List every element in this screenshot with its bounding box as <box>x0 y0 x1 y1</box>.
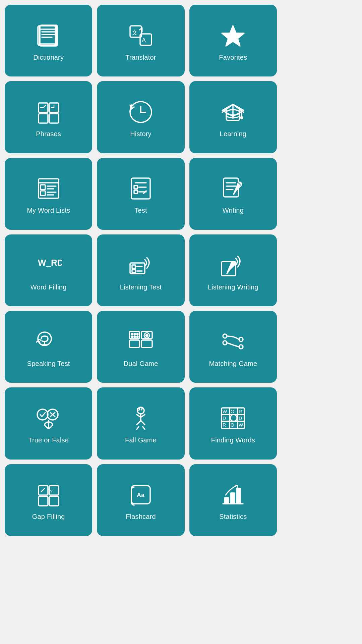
svg-line-70 <box>137 415 141 417</box>
dual-game-icon <box>126 328 156 355</box>
card-word-filling[interactable]: W_RD Word Filling <box>5 234 92 306</box>
svg-rect-15 <box>49 114 59 123</box>
dictionary-label: Dictionary <box>33 54 64 61</box>
gap-filling-label: Gap Filling <box>32 513 65 521</box>
svg-line-71 <box>141 415 145 417</box>
card-phrases[interactable]: Phrases <box>5 81 92 153</box>
svg-text:文: 文 <box>132 29 138 36</box>
svg-text:W: W <box>239 422 243 428</box>
test-icon <box>126 175 156 202</box>
svg-rect-100 <box>224 497 229 504</box>
svg-line-72 <box>137 421 141 425</box>
card-listening-writing[interactable]: Listening Writing <box>189 234 277 306</box>
matching-game-label: Matching Game <box>209 360 257 368</box>
svg-rect-93 <box>39 486 48 495</box>
true-or-false-icon <box>34 405 64 432</box>
translator-label: Translator <box>125 54 156 61</box>
card-test[interactable]: Test <box>97 158 184 230</box>
svg-rect-52 <box>141 340 152 347</box>
svg-text:O: O <box>231 409 234 414</box>
svg-rect-102 <box>236 488 241 504</box>
svg-point-61 <box>223 334 227 338</box>
svg-point-54 <box>134 333 135 335</box>
svg-rect-14 <box>39 114 48 123</box>
svg-rect-24 <box>41 185 45 190</box>
svg-point-63 <box>239 337 243 341</box>
svg-point-21 <box>241 117 243 119</box>
svg-rect-101 <box>230 492 235 504</box>
svg-text:O: O <box>231 422 234 428</box>
svg-rect-50 <box>129 340 139 347</box>
flashcard-label: Flashcard <box>126 513 156 521</box>
card-listening-test[interactable]: Listening Test <box>97 234 184 306</box>
dictionary-icon <box>34 22 64 49</box>
favorites-icon <box>218 22 248 49</box>
svg-line-73 <box>141 421 145 425</box>
svg-text:W_RD: W_RD <box>38 258 62 268</box>
statistics-label: Statistics <box>219 513 247 521</box>
svg-point-88 <box>230 415 237 421</box>
svg-point-53 <box>131 333 133 335</box>
gap-filling-icon: ? <box>34 481 64 508</box>
svg-point-64 <box>239 345 243 349</box>
svg-rect-43 <box>132 265 135 268</box>
my-word-lists-label: My Word Lists <box>27 207 70 214</box>
word-filling-label: Word Filling <box>31 283 67 291</box>
svg-text:?: ? <box>50 489 53 494</box>
finding-words-icon: W O R D D R O W <box>218 405 248 432</box>
svg-marker-11 <box>222 26 244 46</box>
writing-icon <box>218 175 248 202</box>
card-flashcard[interactable]: Aa Flashcard <box>97 464 184 536</box>
speaking-test-label: Speaking Test <box>27 360 70 368</box>
phrases-icon <box>34 99 64 125</box>
fall-game-icon <box>126 405 156 432</box>
card-translator[interactable]: 文 A Translator <box>97 5 184 76</box>
svg-point-56 <box>131 336 133 337</box>
card-speaking-test[interactable]: Speaking Test <box>5 311 92 383</box>
card-dual-game[interactable]: Dual Game <box>97 311 184 383</box>
svg-text:R: R <box>239 409 242 414</box>
matching-game-icon <box>218 328 248 355</box>
card-dictionary[interactable]: Dictionary <box>5 5 92 76</box>
svg-text:W: W <box>223 409 227 414</box>
listening-writing-label: Listening Writing <box>208 283 258 291</box>
svg-point-65 <box>37 409 48 420</box>
fall-game-label: Fall Game <box>125 436 157 444</box>
flashcard-icon: Aa <box>126 481 156 508</box>
card-history[interactable]: History <box>97 81 184 153</box>
card-fall-game[interactable]: Fall Game <box>97 387 184 459</box>
card-statistics[interactable]: Statistics <box>189 464 277 536</box>
card-writing[interactable]: Writing <box>189 158 277 230</box>
learning-label: Learning <box>220 130 246 138</box>
svg-point-57 <box>134 336 135 337</box>
statistics-icon <box>218 481 248 508</box>
history-label: History <box>130 130 152 138</box>
learning-icon <box>218 99 248 125</box>
svg-line-78 <box>142 408 142 410</box>
card-favorites[interactable]: Favorites <box>189 5 277 76</box>
card-learning[interactable]: Learning <box>189 81 277 153</box>
svg-line-77 <box>139 408 140 410</box>
true-or-false-label: True or False <box>28 436 69 444</box>
listening-writing-icon <box>218 252 248 279</box>
svg-point-62 <box>223 341 227 345</box>
speaking-test-icon <box>34 328 64 355</box>
svg-point-60 <box>146 334 148 336</box>
svg-line-75 <box>143 427 145 429</box>
writing-label: Writing <box>223 207 244 214</box>
svg-rect-96 <box>49 496 59 506</box>
history-icon <box>126 99 156 125</box>
svg-text:A: A <box>142 37 146 44</box>
svg-text:R: R <box>223 422 226 428</box>
svg-text:D: D <box>239 416 242 421</box>
card-my-word-lists[interactable]: My Word Lists <box>5 158 92 230</box>
card-finding-words[interactable]: W O R D D R O W Finding Words <box>189 387 277 459</box>
listening-test-icon <box>126 252 156 279</box>
card-true-or-false[interactable]: True or False <box>5 387 92 459</box>
card-matching-game[interactable]: Matching Game <box>189 311 277 383</box>
svg-line-74 <box>137 427 139 429</box>
favorites-label: Favorites <box>219 54 247 61</box>
card-gap-filling[interactable]: ? Gap Filling <box>5 464 92 536</box>
word-filling-icon: W_RD <box>34 252 64 279</box>
listening-test-label: Listening Test <box>120 283 162 291</box>
